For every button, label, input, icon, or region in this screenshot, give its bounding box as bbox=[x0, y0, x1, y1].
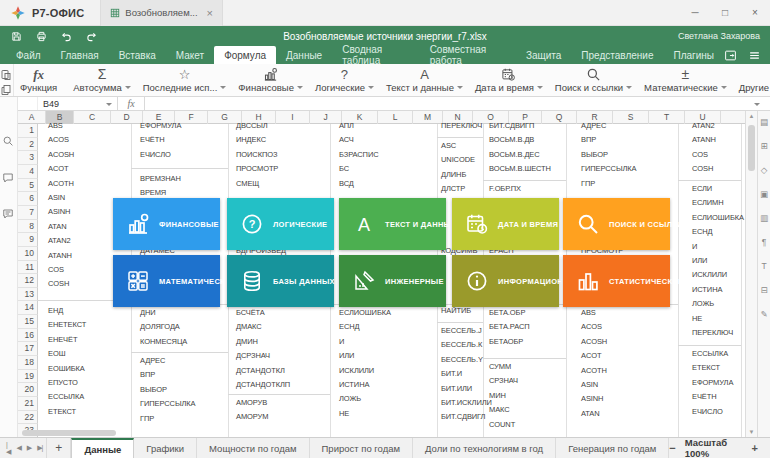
column-header-A[interactable]: A bbox=[18, 111, 46, 124]
function-cell[interactable]: МАКС bbox=[489, 405, 510, 415]
row-header-11[interactable]: 11 bbox=[18, 261, 38, 275]
function-cell[interactable]: ДСТАНДОТКЛ bbox=[236, 366, 285, 376]
function-cell[interactable]: ВЫБОР bbox=[140, 385, 167, 395]
row-header-14[interactable]: 14 bbox=[18, 301, 38, 315]
function-cell[interactable]: ATAN bbox=[581, 409, 600, 419]
row-header-22[interactable]: 22 bbox=[18, 411, 38, 425]
function-cell[interactable]: ИЛИ bbox=[692, 256, 707, 266]
function-cell[interactable]: ВОСЬМ.В.ДВ bbox=[489, 135, 534, 145]
horizontal-scrollbar[interactable] bbox=[18, 429, 741, 437]
function-cell[interactable]: ATANH bbox=[692, 135, 716, 145]
column-header-D[interactable]: D bbox=[111, 111, 143, 124]
row-header-16[interactable]: 16 bbox=[18, 329, 38, 343]
sheet-tab[interactable]: Генерация по годам bbox=[556, 438, 669, 458]
row-header-4[interactable]: 4 bbox=[18, 165, 38, 179]
row-header-3[interactable]: 3 bbox=[18, 151, 38, 165]
tile-statistical[interactable]: СТАТИСТИЧЕСКИЕ bbox=[563, 255, 670, 307]
column-header-S[interactable]: S bbox=[613, 111, 649, 124]
function-cell[interactable]: СРЗНАЧ bbox=[489, 376, 518, 386]
chart-settings-icon[interactable]: ▥ bbox=[758, 213, 770, 223]
tile-math[interactable]: МАТЕМАТИЧЕСКИЕ bbox=[113, 255, 220, 307]
function-cell[interactable]: ВСД bbox=[339, 179, 354, 189]
row-header-18[interactable]: 18 bbox=[18, 356, 38, 370]
paragraph-settings-icon[interactable]: ¶ bbox=[758, 237, 770, 247]
function-cell[interactable]: ABS bbox=[581, 308, 596, 318]
function-cell[interactable]: ЕТЕКСТ bbox=[692, 363, 720, 373]
function-cell[interactable]: UNICODE bbox=[441, 155, 475, 165]
sheet-tab[interactable]: Данные bbox=[71, 438, 134, 458]
cell-settings-icon[interactable]: ▤ bbox=[758, 117, 770, 127]
function-cell[interactable]: ВОСЬМ.В.ДЕС bbox=[489, 150, 540, 160]
function-cell[interactable]: И bbox=[692, 242, 697, 252]
column-header-I[interactable]: I bbox=[276, 111, 310, 124]
function-cell[interactable]: ЕСНД bbox=[692, 227, 713, 237]
row-header-8[interactable]: 8 bbox=[18, 220, 38, 234]
function-cell[interactable]: КОНМЕСЯЦА bbox=[140, 337, 187, 347]
function-cell[interactable]: ЕОШИБКА bbox=[48, 364, 85, 374]
row-header-7[interactable]: 7 bbox=[18, 206, 38, 220]
function-cell[interactable]: БЕССЕЛЬ.К bbox=[441, 340, 482, 350]
function-cell[interactable]: ASC bbox=[441, 141, 456, 151]
function-cell[interactable]: ЕТЕКСТ bbox=[48, 407, 76, 417]
function-cell[interactable]: ИСКЛИЛИ bbox=[692, 270, 727, 280]
function-cell[interactable]: ЕСЛИ bbox=[692, 184, 712, 194]
function-cell[interactable]: ASINH bbox=[581, 394, 603, 404]
function-cell[interactable]: ЕНЕЧЁТ bbox=[48, 335, 77, 345]
function-cell[interactable]: БСЧЁТА bbox=[236, 308, 265, 318]
function-cell[interactable]: ACOTH bbox=[48, 179, 74, 189]
redo-icon[interactable] bbox=[79, 26, 104, 46]
function-cell[interactable]: ВОСЬМ.В.ШЕСТН bbox=[489, 164, 551, 174]
function-cell[interactable]: ACOS bbox=[581, 322, 602, 332]
zoom-out-button[interactable]: − bbox=[669, 442, 675, 454]
function-cell[interactable]: БИТ.ИЛИ bbox=[441, 384, 472, 394]
function-cell[interactable]: ВРЕМЗНАН bbox=[140, 174, 181, 184]
function-cell[interactable]: ГИПЕРССЫЛКА bbox=[140, 399, 195, 409]
function-cell[interactable]: ACOSH bbox=[48, 150, 74, 160]
function-cell[interactable]: ATAN2 bbox=[48, 236, 71, 246]
function-cell[interactable]: ATAN bbox=[48, 222, 67, 232]
function-cell[interactable]: ГПР bbox=[140, 414, 154, 424]
function-cell[interactable]: ПЕРЕКЛЮЧ bbox=[692, 328, 733, 338]
row-header-17[interactable]: 17 bbox=[18, 342, 38, 356]
function-cell[interactable]: ASINH bbox=[48, 207, 70, 217]
function-cell[interactable]: ИСТИНА bbox=[339, 380, 369, 390]
sheet-tab[interactable]: Мощности по годам bbox=[197, 438, 309, 458]
function-cell[interactable]: БИТ.И bbox=[441, 369, 462, 379]
function-cell[interactable]: НЕ bbox=[692, 314, 702, 324]
chat-icon[interactable] bbox=[2, 206, 15, 219]
function-cell[interactable]: ИНДЕКС bbox=[236, 135, 266, 145]
function-cell[interactable]: ЕЧИСЛО bbox=[692, 407, 723, 417]
scroll-down-icon[interactable]: ▼ bbox=[746, 429, 757, 435]
function-cell[interactable]: COSH bbox=[48, 279, 69, 289]
function-cell[interactable]: СМЕЩ bbox=[236, 179, 259, 189]
function-cell[interactable]: ГИПЕРССЫЛКА bbox=[581, 164, 636, 174]
tile-date-time[interactable]: ДАТА И ВРЕМЯ bbox=[452, 198, 559, 250]
prev-sheet-button[interactable]: ◀ bbox=[16, 444, 20, 452]
row-header-2[interactable]: 2 bbox=[18, 138, 38, 152]
function-cell[interactable]: БЗРАСПИС bbox=[339, 150, 379, 160]
function-cell[interactable]: ПОИСКПОЗ bbox=[236, 150, 277, 160]
function-cell[interactable]: ЕСЛИМН bbox=[692, 198, 724, 208]
row-header-13[interactable]: 13 bbox=[18, 288, 38, 302]
vertical-scroll-thumb[interactable] bbox=[748, 125, 755, 171]
function-cell[interactable]: ДЛСТР bbox=[441, 184, 465, 194]
search-icon[interactable] bbox=[2, 133, 15, 146]
function-cell[interactable]: БИТ.ИСКЛИЛИ bbox=[441, 398, 492, 408]
last-sheet-button[interactable]: ▶| bbox=[37, 444, 42, 452]
tile-lookup[interactable]: ПОИСК И ССЫЛКИ bbox=[563, 198, 670, 250]
sheet-tab[interactable]: Прирост по годам bbox=[310, 438, 413, 458]
function-cell[interactable]: COSH bbox=[692, 164, 713, 174]
function-cell[interactable]: ИСКЛИЛИ bbox=[339, 366, 374, 376]
textart-settings-icon[interactable]: Т bbox=[758, 261, 770, 271]
function-cell[interactable]: ЕНЕТЕКСТ bbox=[48, 320, 86, 330]
sheet-tab[interactable]: Доли по технологиям в год bbox=[413, 438, 556, 458]
row-header-12[interactable]: 12 bbox=[18, 274, 38, 288]
function-cell[interactable]: ATANH bbox=[48, 251, 72, 261]
function-cell[interactable]: ДМИН bbox=[236, 337, 258, 347]
function-cell[interactable]: ACOSH bbox=[581, 337, 607, 347]
function-cell[interactable]: АПЛ bbox=[339, 121, 354, 131]
function-cell[interactable]: ПЕРЕКЛЮЧ bbox=[441, 121, 482, 131]
row-header-9[interactable]: 9 bbox=[18, 233, 38, 247]
function-cell[interactable]: F.ОБР.ПХ bbox=[489, 184, 521, 194]
function-cell[interactable]: ВЫБОР bbox=[581, 150, 608, 160]
